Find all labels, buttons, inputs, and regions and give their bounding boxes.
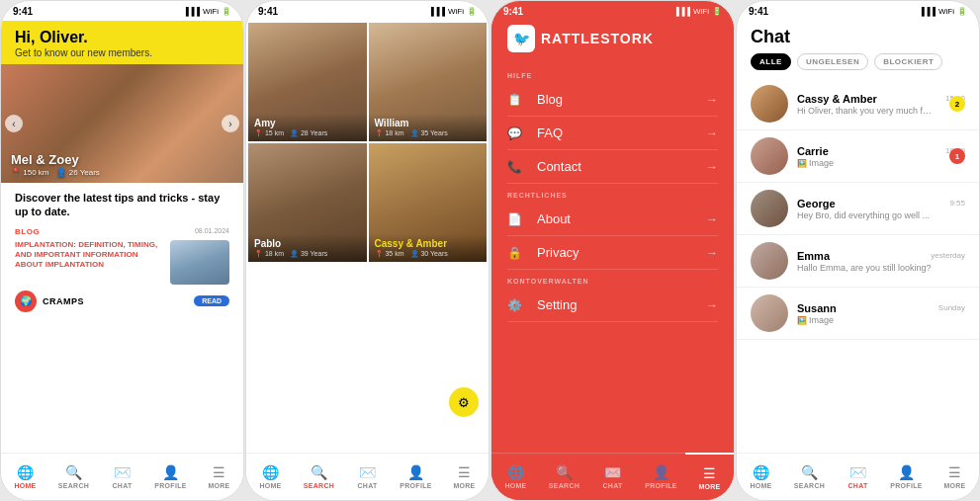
about-icon: 📄 bbox=[507, 212, 527, 226]
search-label-2: SEARCH bbox=[304, 482, 334, 489]
nav-chat-2[interactable]: ✉️ CHAT bbox=[343, 454, 392, 500]
chat-name-emma: Emma bbox=[797, 250, 830, 262]
menu-item-faq[interactable]: 💬 FAQ → bbox=[507, 117, 718, 150]
menu-content: 🐦 RATTLESTORK HILFE 📋 Blog → 💬 FAQ → 📞 C… bbox=[491, 21, 734, 474]
menu-item-blog[interactable]: 📋 Blog → bbox=[507, 83, 718, 117]
chat-label-4: CHAT bbox=[847, 482, 867, 489]
nav-chat-3[interactable]: ✉️ CHAT bbox=[588, 454, 637, 500]
setting-label: Setting bbox=[537, 297, 706, 312]
menu-section-konto: KONTOVERWALTEN bbox=[507, 278, 718, 285]
chat-item-cassy-amber[interactable]: Cassy & Amber 15:10 Hi Oliver, thank you… bbox=[737, 78, 979, 130]
nav-chat[interactable]: ✉️ CHAT bbox=[98, 454, 146, 500]
filter-alle[interactable]: ALLE bbox=[751, 53, 791, 70]
search-icon-2: 🔍 bbox=[311, 464, 327, 480]
blog-article: BLOG 08.01.2024 IMPLANTATION: DEFINITION… bbox=[1, 227, 243, 285]
home-nav-label: HOME bbox=[14, 482, 36, 489]
privacy-label: Privacy bbox=[537, 245, 706, 260]
nav-profile-4[interactable]: 👤 PROFILE bbox=[882, 454, 931, 500]
contact-icon: 📞 bbox=[507, 160, 527, 174]
profile-nav-icon: 👤 bbox=[162, 464, 179, 480]
status-time-3: 9:41 bbox=[503, 6, 523, 17]
nav-home-2[interactable]: 🌐 HOME bbox=[246, 454, 295, 500]
bottom-nav-2: 🌐 HOME 🔍 SEARCH ✉️ CHAT 👤 PROFILE ☰ MORE bbox=[246, 453, 489, 500]
grid-meta-pablo: 📍 18 km 👤 39 Years bbox=[254, 250, 361, 258]
search-content: Amy 📍 15 km 👤 28 Years William 📍 18 km 👤… bbox=[246, 21, 489, 474]
bottom-nav-4: 🌐 HOME 🔍 SEARCH ✉️ CHAT 👤 PROFILE ☰ MORE bbox=[737, 453, 979, 500]
status-icons-1: ▐▐▐ WiFi 🔋 bbox=[183, 7, 231, 16]
chat-name-row-susann: Susann Sunday bbox=[797, 302, 965, 314]
chat-badge-carrie: 1 bbox=[949, 148, 965, 164]
chat-details-emma: Emma yesterday Hallo Emma, are you still… bbox=[797, 250, 965, 273]
menu-item-setting[interactable]: ⚙️ Setting → bbox=[507, 289, 718, 322]
nav-home-4[interactable]: 🌐 HOME bbox=[737, 454, 785, 500]
status-icons-3: ▐▐▐ WiFi 🔋 bbox=[673, 7, 722, 16]
nav-more-3[interactable]: ☰ MORE bbox=[685, 453, 734, 500]
profile-label-3: PROFILE bbox=[645, 482, 676, 489]
search-nav-label: SEARCH bbox=[58, 482, 89, 489]
contact-label: Contact bbox=[537, 159, 706, 174]
nav-more-2[interactable]: ☰ MORE bbox=[440, 454, 489, 500]
nav-search-4[interactable]: 🔍 SEARCH bbox=[785, 454, 834, 500]
grid-name-amy: Amy bbox=[254, 118, 361, 128]
grid-item-pablo[interactable]: Pablo 📍 18 km 👤 39 Years bbox=[248, 143, 367, 262]
filter-blockiert[interactable]: BLOCKIERT bbox=[874, 53, 942, 70]
hero-greeting: Hi, Oliver. bbox=[15, 29, 229, 46]
avatar-carrie bbox=[751, 137, 788, 175]
nav-search[interactable]: 🔍 SEARCH bbox=[49, 454, 98, 500]
chat-title: Chat bbox=[751, 27, 965, 47]
carousel-prev-button[interactable]: ‹ bbox=[5, 115, 23, 132]
chat-item-emma[interactable]: Emma yesterday Hallo Emma, are you still… bbox=[737, 235, 979, 288]
menu-section-rechtliches: RECHTLICHES bbox=[507, 192, 718, 199]
filter-ungelesen[interactable]: UNGELESEN bbox=[797, 53, 868, 70]
grid-item-amy[interactable]: Amy 📍 15 km 👤 28 Years bbox=[248, 23, 367, 141]
status-time-2: 9:41 bbox=[258, 6, 278, 17]
privacy-arrow: → bbox=[706, 246, 718, 260]
menu-logo: 🐦 RATTLESTORK bbox=[507, 21, 718, 64]
menu-item-contact[interactable]: 📞 Contact → bbox=[507, 150, 718, 184]
nav-more-4[interactable]: ☰ MORE bbox=[931, 454, 979, 500]
menu-item-about[interactable]: 📄 About → bbox=[507, 203, 718, 236]
amy-age: 👤 28 Years bbox=[290, 129, 327, 137]
chat-name-row-emma: Emma yesterday bbox=[797, 250, 965, 262]
cramps-read-button[interactable]: READ bbox=[194, 295, 229, 306]
chat-details-carrie: Carrie 10:30 🖼️Image bbox=[797, 145, 965, 168]
nav-search-3[interactable]: 🔍 SEARCH bbox=[540, 454, 588, 500]
grid-name-william: William bbox=[375, 118, 482, 128]
chat-label-3: CHAT bbox=[602, 482, 622, 489]
menu-item-privacy[interactable]: 🔒 Privacy → bbox=[507, 236, 718, 270]
chat-item-susann[interactable]: Susann Sunday 🖼️Image bbox=[737, 288, 979, 340]
search-icon-3: 🔍 bbox=[556, 464, 573, 480]
setting-icon: ⚙️ bbox=[507, 298, 527, 312]
grid-item-cassy[interactable]: Cassy & Amber 📍 35 km 👤 30 Years bbox=[369, 143, 488, 262]
nav-home[interactable]: 🌐 HOME bbox=[1, 454, 49, 500]
carousel-next-button[interactable]: › bbox=[222, 115, 239, 132]
nav-profile-3[interactable]: 👤 PROFILE bbox=[637, 454, 685, 500]
chat-item-george[interactable]: George 9:55 Hey Bro, did everything go w… bbox=[737, 183, 979, 235]
chat-preview-cassy: Hi Oliver, thank you very much for ... bbox=[797, 106, 935, 116]
chat-item-carrie[interactable]: Carrie 10:30 🖼️Image 1 bbox=[737, 130, 979, 183]
battery-icon-2: 🔋 bbox=[467, 7, 477, 16]
wifi-icon: WiFi bbox=[203, 7, 219, 16]
nav-profile[interactable]: 👤 PROFILE bbox=[146, 454, 195, 500]
wifi-icon-3: WiFi bbox=[693, 7, 709, 16]
chat-icon-4: ✉️ bbox=[849, 464, 866, 480]
chat-preview-emma: Hallo Emma, are you still looking? bbox=[797, 263, 935, 273]
chat-name-row-carrie: Carrie 10:30 bbox=[797, 145, 965, 157]
more-icon-4: ☰ bbox=[948, 464, 961, 480]
faq-icon: 💬 bbox=[507, 126, 527, 140]
nav-search-2[interactable]: 🔍 SEARCH bbox=[295, 454, 343, 500]
avatar-cassy-amber bbox=[751, 85, 788, 123]
pablo-distance: 📍 18 km bbox=[254, 250, 284, 258]
image-icon-carrie: 🖼️ bbox=[797, 159, 807, 168]
filter-button[interactable]: ⚙ bbox=[449, 387, 479, 417]
pablo-age: 👤 39 Years bbox=[290, 250, 327, 258]
nav-chat-4[interactable]: ✉️ CHAT bbox=[834, 454, 882, 500]
nav-home-3[interactable]: 🌐 HOME bbox=[491, 454, 540, 500]
profile-nav-label: PROFILE bbox=[154, 482, 186, 489]
grid-item-william[interactable]: William 📍 18 km 👤 35 Years bbox=[369, 23, 488, 141]
hero-person-name: Mel & Zoey bbox=[11, 152, 100, 167]
signal-icon-4: ▐▐▐ bbox=[919, 7, 935, 16]
chat-name-george: George bbox=[797, 198, 836, 209]
nav-profile-2[interactable]: 👤 PROFILE bbox=[392, 454, 440, 500]
nav-more[interactable]: ☰ MORE bbox=[195, 454, 243, 500]
